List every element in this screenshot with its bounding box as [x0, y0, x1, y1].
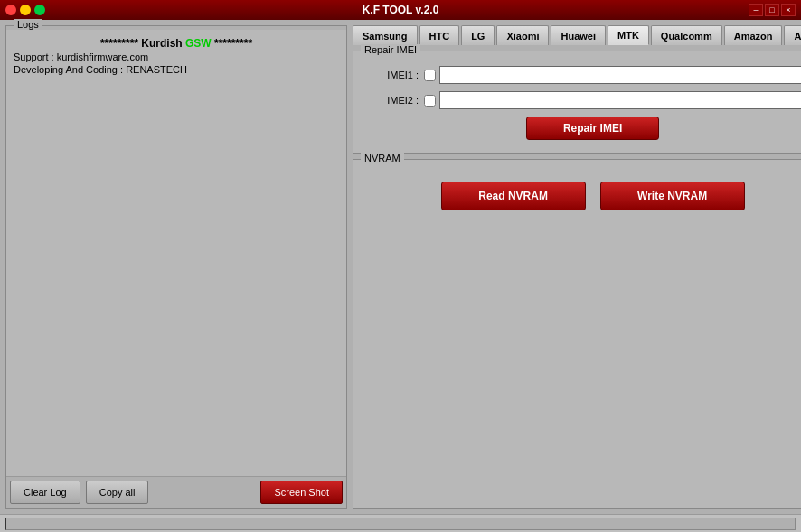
imei2-label: IMEI2 :	[364, 95, 419, 106]
tab-huawei[interactable]: Huawei	[551, 25, 606, 45]
window-controls: – □ ×	[749, 4, 796, 16]
status-bar	[0, 514, 801, 532]
write-nvram-button[interactable]: Write NVRAM	[600, 182, 745, 210]
main-container: Logs ********* Kurdish GSW ********* Sup…	[0, 20, 801, 514]
kurdish-text: Kurdish	[141, 37, 185, 50]
tab-amazon[interactable]: Amazon	[724, 25, 783, 45]
status-inner	[5, 518, 796, 530]
close-button[interactable]: ×	[781, 4, 796, 16]
nvram-section: NVRAM Read NVRAM Write NVRAM	[353, 159, 801, 509]
repair-imei-label: Repair IMEI	[361, 44, 420, 55]
screenshot-button[interactable]: Screen Shot	[260, 481, 343, 504]
tabs-bar: Samsung HTC LG Xiaomi Huawei MTK Qualcom…	[353, 25, 801, 45]
imei1-row: IMEI1 :	[364, 66, 801, 84]
imei2-checkbox[interactable]	[424, 95, 436, 107]
dot-yellow-icon	[20, 5, 31, 15]
imei1-label: IMEI1 :	[364, 70, 419, 80]
logs-group-label: Logs	[14, 19, 42, 30]
title-bar: K.F TOOL v.2.0 – □ ×	[0, 0, 801, 20]
gsw-text: GSW	[185, 37, 212, 50]
tab-about[interactable]: About	[784, 25, 801, 45]
logs-line3: Developing And Coding : RENASTECH	[14, 64, 339, 75]
tab-qualcomm[interactable]: Qualcomm	[651, 25, 722, 45]
title-bar-left	[5, 5, 45, 15]
right-panel: Samsung HTC LG Xiaomi Huawei MTK Qualcom…	[353, 25, 801, 509]
app-title: K.F TOOL v.2.0	[363, 4, 439, 16]
dot-green-icon	[34, 5, 45, 15]
imei1-checkbox[interactable]	[424, 70, 436, 81]
imei1-input[interactable]	[439, 66, 801, 84]
repair-imei-button[interactable]: Repair IMEI	[526, 117, 659, 140]
logs-bottom-bar: Clear Log Copy all Screen Shot	[6, 476, 346, 508]
stars-before: *********	[100, 37, 138, 50]
logs-line1: ********* Kurdish GSW *********	[14, 37, 339, 50]
logs-line2: Support : kurdishfirmware.com	[14, 51, 339, 62]
nvram-buttons: Read NVRAM Write NVRAM	[364, 182, 801, 210]
tab-samsung[interactable]: Samsung	[353, 25, 418, 45]
clear-log-button[interactable]: Clear Log	[10, 481, 80, 504]
stars-after: *********	[214, 37, 252, 50]
dot-red-icon	[5, 5, 16, 15]
imei2-input[interactable]	[439, 91, 801, 109]
read-nvram-button[interactable]: Read NVRAM	[441, 182, 586, 210]
logs-content: ********* Kurdish GSW ********* Support …	[6, 30, 346, 476]
tab-mtk[interactable]: MTK	[608, 25, 649, 45]
repair-imei-section: Repair IMEI IMEI1 : IMEI2 : Repair IMEI	[353, 51, 801, 154]
maximize-button[interactable]: □	[765, 4, 779, 16]
tab-htc[interactable]: HTC	[419, 25, 460, 45]
nvram-group-label: NVRAM	[361, 153, 404, 163]
minimize-button[interactable]: –	[749, 4, 763, 16]
imei2-row: IMEI2 :	[364, 91, 801, 109]
tab-lg[interactable]: LG	[461, 25, 495, 45]
tab-xiaomi[interactable]: Xiaomi	[496, 25, 549, 45]
copy-all-button[interactable]: Copy all	[86, 481, 149, 504]
